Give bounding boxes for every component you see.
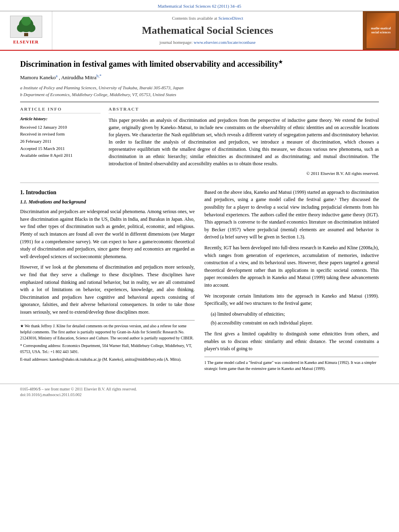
journal-citation: Mathematical Social Sciences 62 (2011) 3… xyxy=(158,4,241,8)
footer-bar: 0165-4896/$ – see front matter © 2011 El… xyxy=(0,384,399,400)
received-date: Received 12 January 2010 xyxy=(20,124,101,131)
publisher-center: Contents lists available at ScienceDirec… xyxy=(52,11,363,49)
footnotes-left: ★ We thank Jeffrey J. Kline for detailed… xyxy=(20,323,195,362)
section-divider xyxy=(20,183,379,183)
article-content: Discrimination in festival games with li… xyxy=(0,51,399,380)
article-history: Article history: Received 12 January 201… xyxy=(20,116,101,159)
intro-heading: 1. Introduction xyxy=(20,189,195,197)
body-col-left: 1. Introduction 1.1. Motivations and bac… xyxy=(20,189,195,372)
intro-p2: However, if we look at the phenomena of … xyxy=(20,263,195,316)
footer-issn: 0165-4896/$ – see front matter © 2011 El… xyxy=(20,387,137,391)
article-meta-two-col: ARTICLE INFO Article history: Received 1… xyxy=(20,106,379,177)
email-footnote: E-mail addresses: kaneko@shako.sk.tsukub… xyxy=(20,356,195,362)
journal-cover: mathe-matical social sciences xyxy=(366,12,396,49)
journal-homepage-link[interactable]: www.elsevier.com/locate/econbase xyxy=(194,40,256,45)
intro-col2-p1: Based on the above idea, Kaneko and Mats… xyxy=(204,189,379,241)
article-title: Discrimination in festival games with li… xyxy=(20,59,379,69)
affiliation-b: b Department of Economics, Middlebury Co… xyxy=(20,91,379,98)
accepted-date: Accepted 15 March 2011 xyxy=(20,145,101,152)
journal-homepage-line: journal homepage: www.elsevier.com/locat… xyxy=(60,39,355,45)
svg-point-3 xyxy=(27,24,35,32)
sciencedirect-link[interactable]: ScienceDirect xyxy=(218,16,243,21)
authors-line: Mamoru Kanekoa , Aniruddha Mitrab,* xyxy=(20,73,379,82)
footer-doi: doi:10.1016/j.mathsocsci.2011.03.002 xyxy=(20,392,82,397)
publisher-bar: ELSEVIER Contents lists available at Sci… xyxy=(0,11,399,50)
fn1-text: 1 The game model called a "festival game… xyxy=(204,359,379,372)
intro-p1: Discrimination and prejudices are widesp… xyxy=(20,208,195,260)
abstract-text: This paper provides an analysis of discr… xyxy=(109,117,379,167)
author1: Mamoru Kaneko xyxy=(20,74,56,80)
footnotes-right: 1 The game model called a "festival game… xyxy=(204,359,379,372)
publisher-right: mathe-matical social sciences xyxy=(363,11,399,49)
revised-date: 26 February 2011 xyxy=(20,138,101,145)
sciencedirect-line: Contents lists available at ScienceDirec… xyxy=(60,15,355,21)
list-item-b: (b) accessibility constraint on each ind… xyxy=(204,319,379,327)
svg-rect-0 xyxy=(24,33,28,36)
body-columns: 1. Introduction 1.1. Motivations and bac… xyxy=(20,189,379,372)
star-footnote: ★ We thank Jeffrey J. Kline for detailed… xyxy=(20,323,195,341)
svg-point-2 xyxy=(17,24,25,32)
title-footnote: ★ xyxy=(278,59,283,65)
elsevier-logo: ELSEVIER xyxy=(10,16,42,45)
abstract-panel: ABSTRACT This paper provides an analysis… xyxy=(109,106,379,177)
article-info-panel: ARTICLE INFO Article history: Received 1… xyxy=(20,106,101,177)
elsevier-wordmark: ELSEVIER xyxy=(13,39,39,45)
journal-header: Mathematical Social Sciences 62 (2011) 3… xyxy=(0,0,399,11)
affiliation-a: a Institute of Policy and Planning Scien… xyxy=(20,84,379,91)
affiliations: a Institute of Policy and Planning Scien… xyxy=(20,84,379,98)
abstract-title: ABSTRACT xyxy=(109,106,379,113)
intro-sub-heading: 1.1. Motivations and background xyxy=(20,199,195,205)
available-date: Available online 8 April 2011 xyxy=(20,152,101,159)
copyright-line: © 2011 Elsevier B.V. All rights reserved… xyxy=(109,170,379,177)
corresponding-footnote: * Corresponding address: Economics Depar… xyxy=(20,343,195,355)
footnote-divider-right xyxy=(204,357,379,357)
publisher-left: ELSEVIER xyxy=(0,11,52,49)
article-info-title: ARTICLE INFO xyxy=(20,106,101,113)
elsevier-tree-image xyxy=(10,16,42,38)
author2: , Aniruddha Mitra xyxy=(59,74,97,80)
intro-col2-p3: We incorporate certain limitations into … xyxy=(204,292,379,307)
meta-divider xyxy=(20,102,379,102)
footnote-divider-left xyxy=(20,320,195,320)
intro-col2-p2: Recently, IGT has been developed into fu… xyxy=(204,244,379,289)
list-item-a: (a) limited observability of ethnicities… xyxy=(204,310,379,318)
journal-title-banner: Mathematical Social Sciences xyxy=(60,23,355,38)
body-col-right: Based on the above idea, Kaneko and Mats… xyxy=(204,189,379,372)
history-label: Article history: xyxy=(20,116,101,122)
revised-label: Received in revised form xyxy=(20,131,101,138)
intro-col2-p4: The first gives a limited capability to … xyxy=(204,330,379,353)
